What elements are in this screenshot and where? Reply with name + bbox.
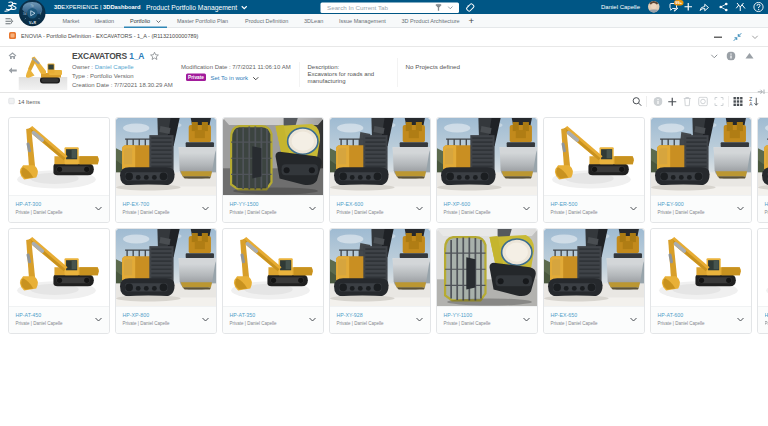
svg-text:Z: Z bbox=[749, 97, 752, 102]
svg-text:3d: 3d bbox=[23, 12, 27, 16]
svg-text:V+R: V+R bbox=[29, 21, 36, 25]
svg-text:7b: 7b bbox=[30, 4, 34, 8]
svg-text:A: A bbox=[749, 102, 753, 107]
